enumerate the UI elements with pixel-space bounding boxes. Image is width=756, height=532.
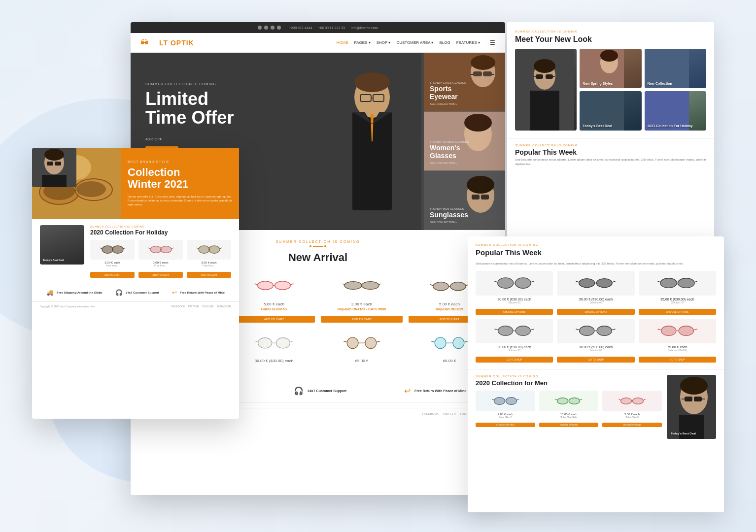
product-price-6: 30.00 € ($30.00) each bbox=[233, 359, 315, 363]
br-popular-section: SUMMER COLLECTION IS COMING Popular This… bbox=[468, 236, 724, 369]
nav-shop[interactable]: SHOP ▾ bbox=[377, 40, 391, 45]
br-price-4: 30.00 € (€30.00) each bbox=[476, 345, 553, 349]
svg-rect-68 bbox=[536, 74, 543, 79]
meet-item-woman[interactable]: New Spring Styles bbox=[580, 49, 641, 88]
svg-point-122 bbox=[515, 326, 530, 336]
svg-line-128 bbox=[576, 329, 580, 330]
meet-label-collection: New Collection bbox=[648, 82, 672, 85]
nav-blog[interactable]: BLOG bbox=[439, 40, 450, 45]
banner-small-text: BEST BRAND STYLE bbox=[128, 160, 232, 164]
svg-line-148 bbox=[619, 399, 621, 400]
card-footer-ig[interactable]: INSTAGRAM bbox=[217, 305, 231, 308]
svg-line-139 bbox=[516, 399, 519, 400]
card-footer-tw[interactable]: TWITTER bbox=[188, 305, 199, 308]
svg-rect-13 bbox=[483, 71, 492, 76]
product-img-7 bbox=[321, 329, 403, 356]
svg-point-102 bbox=[208, 246, 219, 253]
meet-item-deal[interactable]: Today's Best Deal bbox=[580, 91, 641, 131]
card-support-icon: 🎧 bbox=[115, 289, 123, 296]
men-deal-img-container: Today's Best Deal bbox=[667, 375, 716, 439]
svg-rect-69 bbox=[546, 74, 553, 79]
br-btn-3[interactable]: CHOOSE OPTIONS bbox=[639, 309, 716, 315]
br-btn-1[interactable]: CHOOSE OPTIONS bbox=[476, 309, 553, 315]
holiday-man-svg bbox=[32, 148, 76, 187]
br-price-5: 30.00 € (€30.00) each bbox=[557, 345, 634, 349]
men-btn-1[interactable]: CHOOSE OPTIONS bbox=[476, 423, 535, 427]
card-footer-yt[interactable]: YOUTUBE bbox=[202, 305, 213, 308]
sports-panel-link[interactable]: SEE COLLECTION › bbox=[430, 102, 466, 105]
svg-line-57 bbox=[377, 341, 380, 342]
svg-point-153 bbox=[680, 377, 708, 395]
men-product-2: 10.00 € each Solar Slim Sale CHOOSE OPTI… bbox=[539, 391, 599, 428]
svg-point-112 bbox=[597, 279, 613, 288]
svg-line-103 bbox=[196, 248, 198, 249]
svg-line-108 bbox=[495, 281, 498, 282]
side-panels: Trendy Girls Glasses SportsEyewear SEE C… bbox=[424, 53, 505, 230]
holiday-btn-3[interactable]: ADD TO CART bbox=[187, 272, 231, 278]
br-product-2: 30.00 € (€30.00) each Solution 00 CHOOSE… bbox=[557, 271, 634, 315]
sun-panel-link[interactable]: SEE COLLECTION › bbox=[430, 221, 468, 224]
men-product-img-3 bbox=[602, 391, 662, 411]
today-best-deal-label: Today's Best Deal bbox=[43, 259, 64, 262]
social-icon-fb bbox=[258, 26, 262, 30]
br-glasses-5 bbox=[575, 321, 617, 341]
holiday-product-img-2 bbox=[138, 240, 183, 260]
nav-customer[interactable]: CUSTOMER AREA ▾ bbox=[396, 40, 433, 45]
holiday-desc-2: Free from... bbox=[138, 264, 183, 267]
br-stock-6: Balance (€14.99) bbox=[639, 349, 716, 352]
logo-text[interactable]: LT OPTIK bbox=[159, 39, 194, 47]
svg-point-91 bbox=[102, 246, 113, 253]
logo-icon: 🕶 bbox=[140, 38, 148, 47]
footer-facebook[interactable]: FACEBOOK bbox=[422, 412, 439, 415]
glasses-svg-7 bbox=[342, 333, 381, 351]
holiday-btn-2[interactable]: ADD TO CART bbox=[138, 272, 183, 278]
br-stock-5: Solution 00 bbox=[557, 349, 634, 352]
men-product-1: 3.00 € each Solar Slim 5 CHOOSE OPTIONS bbox=[476, 391, 535, 428]
men-glasses-2 bbox=[555, 394, 582, 408]
hamburger-icon[interactable]: ☰ bbox=[490, 39, 495, 46]
br-product-1: 30.00 € (€30.00) each Solution 00 CHOOSE… bbox=[476, 271, 553, 315]
men-name-3: Solar Slim 5 bbox=[602, 416, 662, 419]
meet-item-collection[interactable]: New Collection bbox=[645, 49, 706, 88]
svg-line-62 bbox=[464, 341, 468, 342]
add-to-cart-3[interactable]: ADD TO CART bbox=[321, 316, 403, 323]
banner-desc: Donec sed odio dui. Cras justo odio, dap… bbox=[128, 195, 232, 207]
nav-pages[interactable]: PAGES ▾ bbox=[354, 40, 371, 45]
svg-line-113 bbox=[576, 281, 579, 282]
card-feature-shipping: 🚚 Free Shipping Around the Globe bbox=[46, 289, 102, 296]
svg-point-127 bbox=[597, 326, 612, 336]
popular-preview-title: Popular This Week bbox=[515, 148, 706, 156]
add-to-cart-2[interactable]: ADD TO CART bbox=[233, 316, 315, 323]
support-icon: 🎧 bbox=[294, 386, 304, 396]
sunglasses-panel[interactable]: Trendy Men Glasses Sunglasses SEE COLLEC… bbox=[424, 171, 505, 230]
footer-twitter[interactable]: TWITTER bbox=[443, 412, 456, 415]
meet-title: Meet Your New Look bbox=[515, 35, 706, 44]
br-btn-6[interactable]: GO TO SHOP bbox=[639, 357, 716, 363]
nav-home[interactable]: HOME bbox=[337, 40, 348, 45]
svg-point-142 bbox=[569, 398, 580, 404]
svg-rect-15 bbox=[492, 74, 494, 75]
men-btn-2[interactable]: CHOOSE OPTIONS bbox=[539, 423, 599, 427]
card-footer-copyright: Copyright © 2000 Your Company Informatio… bbox=[40, 305, 95, 308]
nav-features[interactable]: FEATURES ▾ bbox=[456, 40, 480, 45]
br-btn-4[interactable]: GO TO SHOP bbox=[476, 357, 553, 363]
meet-item-man[interactable] bbox=[515, 49, 577, 131]
holiday-product-2: 3.00 € each Free from... ADD TO CART bbox=[138, 240, 183, 278]
br-btn-2[interactable]: CHOOSE OPTIONS bbox=[557, 309, 634, 315]
womens-glasses-panel[interactable]: Trendy WoMen Glasses Women'sGlasses SEE … bbox=[424, 112, 505, 171]
men-btn-3[interactable]: CHOOSE OPTIONS bbox=[602, 423, 662, 427]
card-footer-fb[interactable]: FACEBOOK bbox=[172, 305, 185, 308]
svg-point-106 bbox=[498, 278, 514, 288]
holiday-desc-1: Free from... bbox=[90, 264, 135, 267]
sports-eyewear-panel[interactable]: Trendy Girls Glasses SportsEyewear SEE C… bbox=[424, 53, 505, 112]
womens-panel-link[interactable]: SEE COLLECTION › bbox=[430, 162, 469, 165]
br-glasses-2 bbox=[575, 273, 617, 293]
divider-dot-2 bbox=[324, 245, 326, 247]
meet-item-summer[interactable]: 2021 Collection For Holiday bbox=[645, 91, 706, 131]
holiday-btn-1[interactable]: ADD TO CART bbox=[90, 272, 135, 278]
br-btn-5[interactable]: GO TO SHOP bbox=[557, 357, 634, 363]
svg-point-18 bbox=[464, 114, 492, 132]
svg-line-114 bbox=[613, 281, 616, 282]
svg-point-121 bbox=[498, 326, 513, 336]
popular-preview: SUMMER COLLECTION IS COMING Popular This… bbox=[507, 138, 714, 175]
